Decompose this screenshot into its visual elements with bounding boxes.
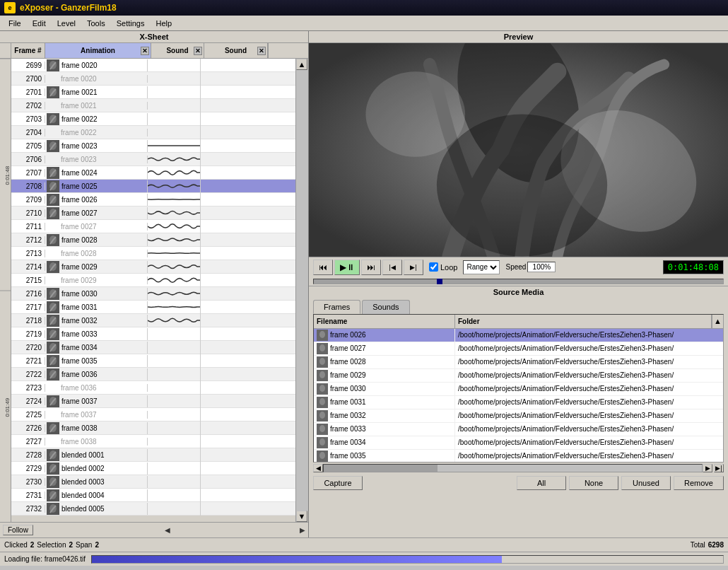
tab-sounds[interactable]: Sounds [362,300,409,314]
table-row[interactable]: 2714frame 0029 [11,260,295,274]
table-row[interactable]: 2726frame 0038 [11,421,295,435]
cell-sound2 [201,220,264,233]
progress-thumb[interactable] [437,279,442,284]
list-item[interactable]: frame 0032/boot/home/projects/Animation/… [314,409,723,423]
menu-help[interactable]: Help [150,18,177,29]
btn-rewind[interactable]: ⏮ [313,260,333,275]
preview-progress-bar[interactable] [309,277,728,286]
cell-frame-number: 2714 [11,263,45,271]
table-row[interactable]: 2708frame 0025 [11,180,295,193]
list-item[interactable]: frame 0028/boot/home/projects/Animation/… [314,356,723,369]
cell-sound2 [201,193,264,207]
progress-track[interactable] [313,279,724,284]
table-row[interactable]: 2700frame 0020 [11,72,295,86]
source-table-rows[interactable]: frame 0026/boot/home/projects/Animation/… [314,329,723,462]
list-item[interactable]: frame 0034/boot/home/projects/Animation/… [314,436,723,450]
frame-thumbnail [47,368,59,380]
close-anim-col[interactable]: ✕ [141,47,149,55]
list-item[interactable]: frame 0030/boot/home/projects/Animation/… [314,383,723,396]
table-row[interactable]: 2724frame 0037 [11,395,295,408]
table-row[interactable]: 2703frame 0022 [11,112,295,126]
menu-settings[interactable]: Settings [111,18,151,29]
svg-point-74 [319,371,325,378]
table-row[interactable]: 2717frame 0031 [11,301,295,314]
loop-checkbox[interactable] [429,262,438,272]
btn-fast-forward[interactable]: ⏭ [361,260,381,275]
unused-button[interactable]: Unused [621,476,671,490]
table-row[interactable]: 2709frame 0026 [11,193,295,207]
sort-icon[interactable]: ▲ [712,315,723,328]
all-button[interactable]: All [517,476,566,490]
cell-sound2 [201,368,264,381]
loop-label[interactable]: Loop [440,263,457,272]
scroll-left-source[interactable]: ◀ [313,464,323,472]
scroll-right-source[interactable]: ▶ [703,464,712,472]
table-row[interactable]: 2711frame 0027 [11,220,295,233]
table-row[interactable]: 2715frame 0029 [11,274,295,287]
btn-prev-frame[interactable]: |◀ [382,260,402,275]
col-header-anim[interactable]: Animation ✕ [45,43,151,58]
table-row[interactable]: 2704frame 0022 [11,126,295,139]
list-item[interactable]: frame 0029/boot/home/projects/Animation/… [314,369,723,383]
list-item[interactable]: frame 0027/boot/home/projects/Animation/… [314,342,723,356]
close-sound1-col[interactable]: ✕ [194,47,202,55]
menu-file[interactable]: File [3,18,27,29]
none-button[interactable]: None [569,476,618,490]
table-row[interactable]: 2721frame 0035 [11,354,295,368]
tab-frames[interactable]: Frames [313,300,360,314]
table-row[interactable]: 2699frame 0020 [11,59,295,72]
table-row[interactable]: 2707frame 0024 [11,166,295,180]
scroll-up-btn[interactable]: ▲ [296,59,307,70]
table-row[interactable]: 2729blended 0002 [11,462,295,475]
follow-button[interactable]: Follow [3,525,33,535]
table-row[interactable]: 2720frame 0034 [11,341,295,354]
range-select[interactable]: Range All [463,260,500,274]
list-item[interactable]: frame 0035/boot/home/projects/Animation/… [314,450,723,462]
table-row[interactable]: 2722frame 0036 [11,368,295,381]
menu-edit[interactable]: Edit [27,18,52,29]
table-row[interactable]: 2730blended 0003 [11,475,295,489]
table-row[interactable]: 2710frame 0027 [11,207,295,220]
svg-point-66 [437,115,607,257]
btn-next-frame[interactable]: ▶| [404,260,423,275]
list-item[interactable]: frame 0031/boot/home/projects/Animation/… [314,396,723,409]
table-row[interactable]: 2705frame 0023 [11,139,295,153]
menu-level[interactable]: Level [52,18,81,29]
cell-sound1 [148,180,201,193]
capture-button[interactable]: Capture [313,476,363,490]
remove-button[interactable]: Remove [674,476,724,490]
svg-point-80 [319,412,325,419]
horizontal-scrollbar[interactable] [323,464,703,472]
cell-anim-text: frame 0021 [61,88,98,96]
source-filename-text: frame 0030 [330,385,366,392]
scroll-right-arrow[interactable]: ▶ [300,526,305,534]
table-row[interactable]: 2713frame 0028 [11,247,295,260]
source-thumbnail [317,410,328,421]
table-row[interactable]: 2701frame 0021 [11,86,295,99]
close-sound2-col[interactable]: ✕ [257,47,266,55]
table-row[interactable]: 2706frame 0023 [11,153,295,166]
table-row[interactable]: 2718frame 0032 [11,314,295,327]
table-row[interactable]: 2728blended 0001 [11,448,295,462]
cell-anim-text: frame 0020 [61,75,97,83]
scrollbar-thumb-h[interactable] [324,465,438,472]
table-row[interactable]: 2731blended 0004 [11,489,295,502]
list-item[interactable]: frame 0026/boot/home/projects/Animation/… [314,329,723,342]
table-row[interactable]: 2725frame 0037 [11,408,295,421]
table-row[interactable]: 2716frame 0030 [11,287,295,301]
list-item[interactable]: frame 0033/boot/home/projects/Animation/… [314,423,723,436]
cell-anim: frame 0020 [45,59,148,71]
table-row[interactable]: 2723frame 0036 [11,381,295,395]
table-row[interactable]: 2732blended 0005 [11,502,295,516]
scroll-down-btn[interactable]: ▼ [296,511,307,522]
btn-play-pause[interactable]: ▶⏸ [334,260,360,275]
menu-tools[interactable]: Tools [81,18,111,29]
scroll-left-arrow[interactable]: ◀ [165,526,170,534]
table-row[interactable]: 2719frame 0033 [11,327,295,341]
xsheet-rows[interactable]: 2699frame 00202700frame 00202701frame 00… [11,59,295,522]
cell-anim-text: frame 0031 [61,303,98,311]
scroll-end-source[interactable]: ▶| [714,464,724,472]
table-row[interactable]: 2712frame 0028 [11,233,295,247]
table-row[interactable]: 2702frame 0021 [11,99,295,112]
table-row[interactable]: 2727frame 0038 [11,435,295,448]
